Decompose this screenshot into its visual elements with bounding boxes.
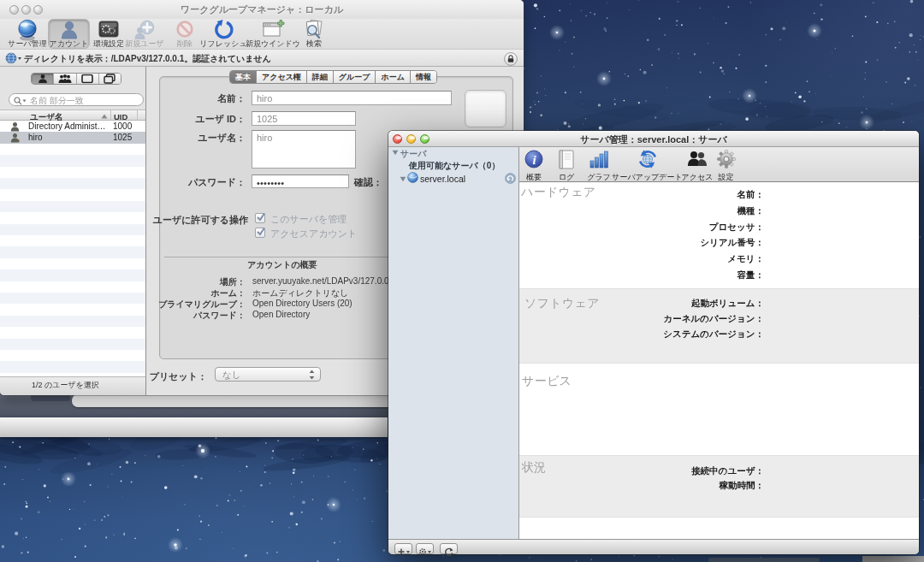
name-label: 名前：: [217, 92, 246, 105]
wgm-list-header[interactable]: ユーザ名 UID: [0, 109, 145, 121]
gear-icon: [417, 547, 434, 556]
disclosure-triangle-icon[interactable]: [400, 176, 406, 182]
popup-arrows-icon: [309, 370, 315, 380]
user-id-value: 1025: [257, 114, 277, 124]
st-uptime-label: 稼動時間：: [720, 480, 765, 492]
tab-basic[interactable]: 基本: [230, 71, 257, 83]
directory-globe-icon: [5, 52, 22, 64]
action-button[interactable]: [416, 543, 434, 554]
sa-content: ハードウェア 名前： 機種： プロセッサ： シリアル番号： メモリ： 容量： ソ…: [519, 182, 919, 539]
segment-computers[interactable]: [77, 74, 99, 84]
hw-serial-label: シリアル番号：: [701, 237, 764, 249]
wgm-pane-splitter[interactable]: [145, 67, 146, 395]
short-name-value: hiro: [257, 133, 272, 143]
wgm-status-bar: 1/2 のユーザを選択: [0, 376, 145, 395]
background-window-fragment-bottom: [708, 558, 820, 562]
tab-home[interactable]: ホーム: [376, 71, 410, 83]
disclosure-triangle-icon[interactable]: [392, 150, 399, 156]
summary-home-value: ホームディレクトリなし: [252, 287, 348, 299]
toolbar-item-server-admin[interactable]: サーバ管理: [8, 19, 47, 49]
toolbar-item-new-user[interactable]: 新規ユーザ: [127, 19, 163, 49]
computers-segment-icon: [81, 74, 93, 84]
segment-users[interactable]: [32, 74, 54, 84]
hw-memory-label: メモリ：: [727, 253, 764, 265]
name-field[interactable]: hiro: [252, 91, 452, 105]
wgm-tabs: 基本 アクセス権 詳細 グループ ホーム 情報: [229, 70, 437, 84]
checkmark-icon: [255, 226, 267, 238]
toolbar-item-accounts[interactable]: アカウント: [49, 19, 89, 49]
sa-titlebar[interactable]: サーバ管理：server.local：サーバ: [388, 131, 919, 147]
server-globe-icon: [407, 172, 418, 183]
sidebar-available-servers: 使用可能なサーバ（0）: [409, 160, 500, 172]
wgm-user-list[interactable]: Directory Administ… 1000 hiro 1025: [0, 121, 145, 376]
background-window-fragment-bottom-right: [862, 556, 924, 562]
tab-privileges[interactable]: アクセス権: [257, 71, 307, 83]
server-admin-window: サーバ管理：server.local：サーバ サーバ 使用可能なサーバ（0） s…: [388, 131, 919, 554]
sa-window-title: サーバ管理：server.local：サーバ: [388, 133, 919, 146]
section-hardware-title: ハードウェア: [521, 185, 595, 200]
background-window-fragment-white: [72, 394, 390, 407]
sidebar-group-servers: サーバ: [400, 148, 426, 160]
user-name: Directory Administ…: [28, 121, 106, 131]
user-uid: 1000: [113, 121, 132, 131]
password-field[interactable]: ••••••••: [252, 175, 349, 188]
tab-advanced[interactable]: 詳細: [307, 71, 334, 83]
add-server-button[interactable]: [394, 543, 412, 554]
short-name-label: ユーザ名：: [198, 132, 246, 145]
password-value: ••••••••: [257, 178, 284, 188]
name-value: hiro: [257, 93, 272, 104]
toolbar-item-delete[interactable]: 削除: [168, 19, 202, 49]
user-icon: [10, 133, 20, 143]
sa-sidebar: サーバ 使用可能なサーバ（0） server.local: [388, 147, 518, 539]
user-id-field[interactable]: 1025: [252, 111, 356, 126]
server-status-badge-icon[interactable]: [505, 173, 516, 184]
section-software-title: ソフトウェア: [524, 296, 600, 311]
graphs-icon: [588, 149, 610, 171]
short-name-field[interactable]: hiro: [252, 130, 356, 169]
preset-label: プリセット：: [150, 370, 207, 383]
checkbox-manage-server-label: このサーバを管理: [270, 213, 346, 226]
segment-computer-groups[interactable]: [99, 74, 121, 84]
sw-system-version-label: システムのバージョン：: [663, 328, 764, 340]
sidebar-item-server-local[interactable]: server.local: [420, 174, 465, 184]
preset-popup[interactable]: なし: [215, 367, 321, 382]
toolbar-item-new-window[interactable]: 新規ウインドウ: [246, 19, 299, 49]
checkbox-access-account[interactable]: [255, 228, 265, 238]
wgm-window-title: ワークグループマネージャ：ローカル: [0, 3, 524, 16]
image-well[interactable]: [465, 90, 506, 127]
user-row-hiro[interactable]: hiro 1025: [0, 132, 145, 143]
user-icon: [10, 121, 20, 132]
directory-path-text: ディレクトリを表示：/LDAPv3/127.0.0.1。認証されていません: [24, 53, 271, 65]
summary-home-label: ホーム：: [211, 287, 246, 299]
toolbar-item-refresh[interactable]: リフレッシュ: [203, 19, 244, 49]
section-status-title: 状況: [522, 460, 547, 476]
allow-label: ユーザに許可する操作: [153, 214, 248, 227]
lock-icon[interactable]: [504, 52, 518, 66]
toolbar-item-search[interactable]: 検索: [301, 19, 327, 49]
users-segment-icon: [38, 74, 48, 84]
search-magnifier-icon: [14, 97, 27, 105]
user-id-label: ユーザ ID：: [195, 113, 246, 126]
checkbox-manage-server[interactable]: [255, 213, 265, 223]
toolbar-item-preferences[interactable]: 環境設定: [92, 19, 126, 49]
hw-capacity-label: 容量：: [737, 269, 765, 281]
segment-groups[interactable]: [54, 74, 76, 84]
summary-password-label: パスワード：: [193, 310, 246, 322]
background-window-fragment-light: [0, 417, 388, 437]
user-row-directory-admin[interactable]: Directory Administ… 1000: [0, 121, 145, 132]
verify-label: 確認：: [354, 176, 382, 189]
logs-icon: [555, 149, 578, 171]
wgm-titlebar[interactable]: ワークグループマネージャ：ローカル: [0, 0, 524, 19]
tab-groups[interactable]: グループ: [334, 71, 376, 83]
checkbox-access-account-label: アクセスアカウント: [270, 228, 357, 240]
computer-groups-segment-icon: [104, 74, 116, 84]
tab-info[interactable]: 情報: [411, 71, 436, 83]
summary-primary-group-label: プライマリグループ：: [158, 299, 246, 311]
wgm-search-field[interactable]: 名前 部分一致: [9, 93, 144, 106]
sa-bottom-bar: [388, 539, 919, 554]
summary-location-value: server.yuuyake.net/LDAPv3/127.0.0.1: [252, 276, 396, 286]
server-updates-icon: [637, 149, 659, 171]
password-label: パスワード：: [188, 176, 246, 189]
column-header-uid[interactable]: UID: [114, 112, 127, 121]
refresh-button[interactable]: [440, 543, 458, 554]
